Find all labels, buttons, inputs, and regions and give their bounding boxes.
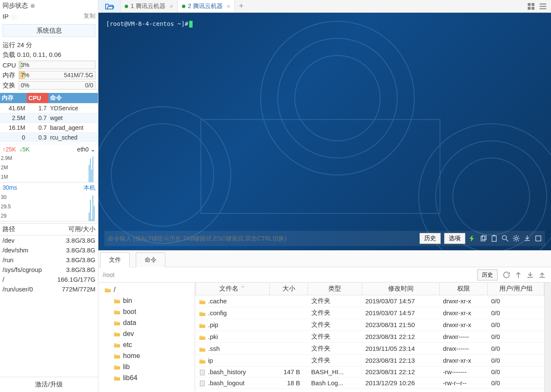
mem-label: 内存 [3,71,16,79]
net-iface[interactable]: eth0 [77,146,89,153]
copy-ip-link[interactable]: 复制 [84,12,95,20]
refresh-icon[interactable] [503,271,510,279]
upload-file-icon[interactable] [538,271,546,279]
paste-icon[interactable] [491,235,498,242]
download-file-icon[interactable] [526,271,534,279]
tree-node[interactable]: home [98,350,195,361]
cpu-pct: 3% [21,62,29,68]
grid-view-icon[interactable] [527,3,535,10]
close-tab-icon[interactable]: × [227,3,230,10]
ping-target[interactable]: 本机 [84,184,95,192]
file-row[interactable]: .bash_logout18 BBash Log...2013/12/29 10… [196,378,544,389]
process-row[interactable]: 2.5M0.7wget [0,113,98,123]
system-info-button[interactable]: 系统信息 [3,24,95,37]
svg-rect-17 [482,235,486,240]
proc-th-cmd[interactable]: 命令 [48,93,98,104]
process-row[interactable]: 16.1M0.7barad_agent [0,123,98,133]
tab-files[interactable]: 文件 [100,252,130,267]
new-tab-button[interactable]: + [235,0,248,12]
menu-icon[interactable] [539,3,547,10]
tab-commands[interactable]: 命令 [136,252,165,267]
session-tab[interactable]: 1 腾讯云机器× [120,0,178,12]
tree-node[interactable]: dev [98,328,195,339]
download-icon[interactable] [524,235,531,242]
network-stats: ↑25K ↓5K eth0 ⌄ [0,144,98,154]
file-row[interactable]: ip文件夹2023/08/31 22:13drwxr-xr-x0/0 [196,355,544,367]
tree-node[interactable]: boot [98,306,195,317]
uptime-text: 运行 24 分 [0,40,98,50]
tree-node[interactable]: etc [98,339,195,350]
file-row[interactable]: .pki文件夹2023/08/31 22:12drwxr-----0/0 [196,331,544,343]
file-row[interactable]: .config文件夹2019/03/07 14:57drwxr-xr-x0/0 [196,307,544,319]
status-dot-icon [182,5,185,8]
col-perm[interactable]: 权限 [439,283,488,295]
tree-node[interactable]: / [98,284,195,295]
disk-row[interactable]: /sys/fs/cgroup3.8G/3.8G [0,265,98,274]
disk-row[interactable]: /166.1G/177G [0,274,98,284]
col-type[interactable]: 类型 [308,283,362,295]
session-tab[interactable]: 2 腾讯云机器× [178,0,235,12]
tree-node[interactable]: data [98,317,195,328]
file-row[interactable]: .cache文件夹2019/03/07 14:57drwxr-xr-x0/0 [196,295,544,307]
cpu-meter: CPU 3% [0,60,98,70]
tree-node[interactable]: bin [98,295,195,306]
col-size[interactable]: 大小 [270,283,308,295]
folder-icon [199,299,206,305]
file-row[interactable]: .ssh文件夹2019/11/05 23:14drwx------0/0 [196,343,544,355]
options-button[interactable]: 选项 [444,233,465,244]
sidebar: 同步状态 IP — 复制 系统信息 运行 24 分 负载 0.10, 0.11,… [0,0,98,392]
disk-head-size[interactable]: 可用/大小 [68,225,95,233]
file-scrollbar[interactable] [544,283,551,392]
ping-value: 30ms [3,184,17,192]
terminal-bg-graphic [98,13,551,250]
sort-asc-icon: ⌃ [240,285,246,292]
path-history-button[interactable]: 历史 [477,269,498,280]
svg-rect-2 [528,7,531,10]
col-owner[interactable]: 用户/用户组 [488,283,544,295]
svg-rect-1 [531,3,534,6]
disk-row[interactable]: /run/user/0772M/772M [0,284,98,294]
ip-label: IP — [3,13,17,20]
chevron-down-icon[interactable]: ⌄ [90,146,95,153]
history-button[interactable]: 历史 [420,233,441,244]
path-input[interactable]: /root [101,271,475,279]
activate-link[interactable]: 激活/升级 [0,377,98,392]
terminal-panel[interactable]: [root@VM-8-4-centos ~]# 历史 选项 [98,13,551,250]
process-row[interactable]: 41.6M1.7YDService [0,104,98,113]
col-mtime[interactable]: 修改时间 [362,283,439,295]
folder-icon [114,309,120,315]
svg-rect-16 [481,236,485,241]
svg-point-20 [502,235,506,240]
proc-th-mem[interactable]: 内存 [0,93,27,104]
gear-icon[interactable] [513,235,520,242]
dir-tree[interactable]: /binbootdatadevetchomeliblib64 [98,283,195,392]
up-arrow-icon[interactable] [515,271,522,279]
file-list[interactable]: 文件名 ⌃ 大小 类型 修改时间 权限 用户/用户组 .cache文件夹2019… [195,283,544,392]
terminal-prompt: [root@VM-8-4-centos ~]# [106,20,193,28]
file-row[interactable]: .bash_history147 BBASH_HI...2023/08/31 2… [196,367,544,378]
tree-node[interactable]: lib [98,361,195,372]
maximize-icon[interactable] [535,235,542,242]
close-tab-icon[interactable]: × [170,3,173,10]
command-input[interactable] [108,235,416,242]
search-icon[interactable] [502,235,509,242]
svg-point-9 [295,56,380,141]
command-bar: 历史 选项 [104,231,545,246]
net-down: 5K [22,146,30,153]
svg-point-22 [515,237,517,240]
folder-open-icon [105,3,114,10]
disk-row[interactable]: /dev/shm3.8G/3.8G [0,245,98,255]
open-folder-button[interactable] [98,0,120,12]
folder-icon [199,322,206,328]
bolt-icon[interactable] [469,235,475,242]
disk-row[interactable]: /dev3.8G/3.8G [0,235,98,245]
copy-icon[interactable] [480,235,487,242]
file-row[interactable]: .pip文件夹2023/08/31 21:50drwxr-xr-x0/0 [196,319,544,331]
disk-row[interactable]: /run3.8G/3.8G [0,255,98,265]
disk-head-path[interactable]: 路径 [3,225,15,233]
proc-th-cpu[interactable]: CPU [27,93,48,104]
folder-icon [114,298,120,304]
tree-node[interactable]: lib64 [98,372,195,384]
process-row[interactable]: 00.3rcu_sched [0,133,98,143]
col-filename[interactable]: 文件名 ⌃ [196,283,270,295]
